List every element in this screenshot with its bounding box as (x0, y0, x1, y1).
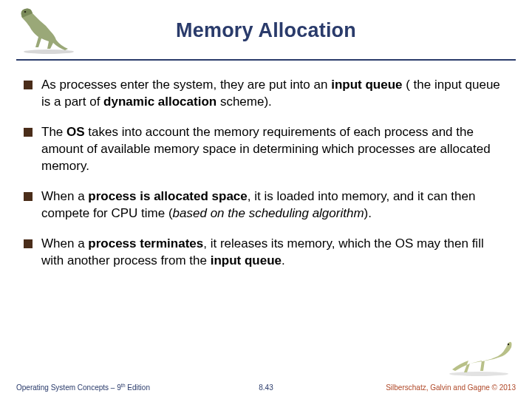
dinosaur-logo-left (12, 3, 78, 56)
dinosaur-logo-right (445, 337, 516, 378)
bullet-item: As processes enter the system, they are … (24, 77, 508, 111)
bullet-text: When a process terminates, it releases i… (41, 236, 508, 270)
bullet-square-icon (24, 81, 33, 89)
bullet-text: As processes enter the system, they are … (41, 77, 508, 111)
svg-point-0 (24, 50, 74, 54)
slide: Memory Allocation As processes enter the… (0, 0, 532, 399)
footer: Operating System Concepts – 9th Edition … (0, 383, 532, 392)
footer-book-title-post: Edition (126, 383, 150, 392)
footer-copyright: Silberschatz, Galvin and Gagne © 2013 (386, 383, 516, 392)
bullet-square-icon (24, 128, 33, 137)
bullet-item: When a process is allocated space, it is… (24, 188, 508, 222)
bullet-item: When a process terminates, it releases i… (24, 236, 508, 270)
footer-page-number: 8.43 (259, 383, 273, 392)
header: Memory Allocation (16, 0, 516, 61)
content-area: As processes enter the system, they are … (0, 61, 532, 269)
footer-left: Operating System Concepts – 9th Edition (16, 383, 150, 392)
footer-book-title-pre: Operating System Concepts – 9 (16, 383, 121, 392)
svg-point-3 (508, 344, 509, 345)
bullet-square-icon (24, 192, 33, 201)
svg-point-1 (24, 11, 27, 13)
bullet-item: The OS takes into account the memory req… (24, 124, 508, 175)
svg-point-2 (449, 372, 508, 376)
slide-title: Memory Allocation (16, 0, 516, 42)
bullet-square-icon (24, 239, 33, 248)
bullet-text: When a process is allocated space, it is… (41, 188, 508, 222)
bullet-text: The OS takes into account the memory req… (41, 124, 508, 175)
